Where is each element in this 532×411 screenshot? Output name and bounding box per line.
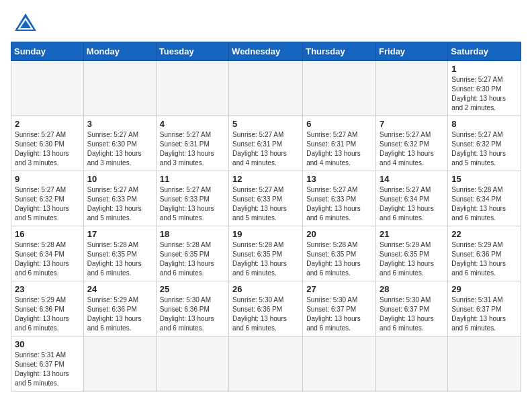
calendar-cell: 22Sunrise: 5:29 AMSunset: 6:36 PMDayligh…	[448, 226, 521, 281]
calendar-cell	[156, 336, 228, 392]
calendar-cell: 9Sunrise: 5:27 AMSunset: 6:32 PMDaylight…	[11, 171, 84, 226]
day-number: 30	[15, 339, 80, 349]
day-info: Sunrise: 5:27 AMSunset: 6:31 PMDaylight:…	[232, 130, 299, 168]
day-of-week-sunday: Sunday	[11, 42, 84, 61]
calendar-cell: 16Sunrise: 5:28 AMSunset: 6:34 PMDayligh…	[11, 226, 84, 281]
calendar-cell: 27Sunrise: 5:30 AMSunset: 6:37 PMDayligh…	[303, 281, 376, 336]
day-number: 2	[15, 119, 80, 129]
day-info: Sunrise: 5:29 AMSunset: 6:36 PMDaylight:…	[87, 295, 152, 333]
calendar-cell: 25Sunrise: 5:30 AMSunset: 6:36 PMDayligh…	[156, 281, 228, 336]
day-info: Sunrise: 5:27 AMSunset: 6:33 PMDaylight:…	[87, 185, 152, 223]
calendar-cell: 19Sunrise: 5:28 AMSunset: 6:35 PMDayligh…	[229, 226, 303, 281]
day-info: Sunrise: 5:31 AMSunset: 6:37 PMDaylight:…	[451, 295, 517, 333]
day-number: 17	[87, 229, 152, 239]
day-number: 14	[380, 174, 444, 184]
calendar-week-2: 9Sunrise: 5:27 AMSunset: 6:32 PMDaylight…	[11, 171, 521, 226]
calendar-cell: 10Sunrise: 5:27 AMSunset: 6:33 PMDayligh…	[83, 171, 156, 226]
calendar-cell: 30Sunrise: 5:31 AMSunset: 6:37 PMDayligh…	[11, 336, 84, 392]
day-number: 29	[451, 284, 517, 294]
day-info: Sunrise: 5:29 AMSunset: 6:36 PMDaylight:…	[15, 295, 80, 333]
calendar-cell: 17Sunrise: 5:28 AMSunset: 6:35 PMDayligh…	[83, 226, 156, 281]
calendar-cell: 1Sunrise: 5:27 AMSunset: 6:30 PMDaylight…	[448, 61, 521, 116]
calendar-cell: 6Sunrise: 5:27 AMSunset: 6:31 PMDaylight…	[303, 116, 376, 171]
day-number: 26	[232, 284, 299, 294]
calendar-cell: 7Sunrise: 5:27 AMSunset: 6:32 PMDaylight…	[376, 116, 448, 171]
day-info: Sunrise: 5:27 AMSunset: 6:33 PMDaylight:…	[306, 185, 372, 223]
calendar-cell	[83, 61, 156, 116]
calendar-cell: 29Sunrise: 5:31 AMSunset: 6:37 PMDayligh…	[448, 281, 521, 336]
day-info: Sunrise: 5:27 AMSunset: 6:30 PMDaylight:…	[15, 130, 80, 168]
day-number: 23	[15, 284, 80, 294]
calendar-cell: 12Sunrise: 5:27 AMSunset: 6:33 PMDayligh…	[229, 171, 303, 226]
calendar-cell	[229, 336, 303, 392]
day-number: 1	[451, 64, 517, 74]
day-info: Sunrise: 5:27 AMSunset: 6:31 PMDaylight:…	[306, 130, 372, 168]
calendar-cell: 26Sunrise: 5:30 AMSunset: 6:36 PMDayligh…	[229, 281, 303, 336]
logo	[11, 11, 38, 35]
day-number: 19	[232, 229, 299, 239]
logo-icon	[13, 11, 38, 35]
day-info: Sunrise: 5:29 AMSunset: 6:36 PMDaylight:…	[451, 240, 517, 278]
day-number: 3	[87, 119, 152, 129]
day-number: 11	[160, 174, 225, 184]
day-number: 13	[306, 174, 372, 184]
calendar-cell	[376, 336, 448, 392]
day-of-week-thursday: Thursday	[303, 42, 376, 61]
calendar-week-0: 1Sunrise: 5:27 AMSunset: 6:30 PMDaylight…	[11, 61, 521, 116]
day-number: 25	[160, 284, 225, 294]
day-info: Sunrise: 5:28 AMSunset: 6:35 PMDaylight:…	[160, 240, 225, 278]
day-info: Sunrise: 5:29 AMSunset: 6:35 PMDaylight:…	[380, 240, 444, 278]
calendar-header-row: SundayMondayTuesdayWednesdayThursdayFrid…	[11, 42, 521, 61]
day-info: Sunrise: 5:30 AMSunset: 6:36 PMDaylight:…	[160, 295, 225, 333]
day-info: Sunrise: 5:27 AMSunset: 6:32 PMDaylight:…	[15, 185, 80, 223]
day-info: Sunrise: 5:28 AMSunset: 6:35 PMDaylight:…	[232, 240, 299, 278]
day-of-week-wednesday: Wednesday	[229, 42, 303, 61]
calendar-cell: 24Sunrise: 5:29 AMSunset: 6:36 PMDayligh…	[83, 281, 156, 336]
day-info: Sunrise: 5:27 AMSunset: 6:32 PMDaylight:…	[380, 130, 444, 168]
day-info: Sunrise: 5:27 AMSunset: 6:31 PMDaylight:…	[160, 130, 225, 168]
day-info: Sunrise: 5:30 AMSunset: 6:37 PMDaylight:…	[380, 295, 444, 333]
calendar-cell: 23Sunrise: 5:29 AMSunset: 6:36 PMDayligh…	[11, 281, 84, 336]
calendar-cell: 15Sunrise: 5:28 AMSunset: 6:34 PMDayligh…	[448, 171, 521, 226]
calendar-cell	[376, 61, 448, 116]
calendar-week-3: 16Sunrise: 5:28 AMSunset: 6:34 PMDayligh…	[11, 226, 521, 281]
calendar-cell: 14Sunrise: 5:27 AMSunset: 6:34 PMDayligh…	[376, 171, 448, 226]
day-info: Sunrise: 5:27 AMSunset: 6:32 PMDaylight:…	[451, 130, 517, 168]
calendar-cell: 13Sunrise: 5:27 AMSunset: 6:33 PMDayligh…	[303, 171, 376, 226]
calendar-cell: 20Sunrise: 5:28 AMSunset: 6:35 PMDayligh…	[303, 226, 376, 281]
day-number: 22	[451, 229, 517, 239]
day-info: Sunrise: 5:30 AMSunset: 6:36 PMDaylight:…	[232, 295, 299, 333]
day-info: Sunrise: 5:28 AMSunset: 6:34 PMDaylight:…	[451, 185, 517, 223]
calendar-cell: 4Sunrise: 5:27 AMSunset: 6:31 PMDaylight…	[156, 116, 228, 171]
day-number: 28	[380, 284, 444, 294]
calendar-cell: 8Sunrise: 5:27 AMSunset: 6:32 PMDaylight…	[448, 116, 521, 171]
day-info: Sunrise: 5:27 AMSunset: 6:30 PMDaylight:…	[451, 75, 517, 113]
calendar-cell	[11, 61, 84, 116]
calendar-week-1: 2Sunrise: 5:27 AMSunset: 6:30 PMDaylight…	[11, 116, 521, 171]
calendar-table: SundayMondayTuesdayWednesdayThursdayFrid…	[11, 42, 521, 392]
calendar-cell: 2Sunrise: 5:27 AMSunset: 6:30 PMDaylight…	[11, 116, 84, 171]
day-number: 15	[451, 174, 517, 184]
calendar-cell: 11Sunrise: 5:27 AMSunset: 6:33 PMDayligh…	[156, 171, 228, 226]
day-number: 6	[306, 119, 372, 129]
day-number: 4	[160, 119, 225, 129]
day-info: Sunrise: 5:27 AMSunset: 6:34 PMDaylight:…	[380, 185, 444, 223]
calendar-cell	[448, 336, 521, 392]
calendar-cell: 28Sunrise: 5:30 AMSunset: 6:37 PMDayligh…	[376, 281, 448, 336]
day-number: 8	[451, 119, 517, 129]
day-of-week-monday: Monday	[83, 42, 156, 61]
calendar-week-4: 23Sunrise: 5:29 AMSunset: 6:36 PMDayligh…	[11, 281, 521, 336]
calendar-cell	[303, 336, 376, 392]
day-info: Sunrise: 5:27 AMSunset: 6:33 PMDaylight:…	[160, 185, 225, 223]
day-info: Sunrise: 5:31 AMSunset: 6:37 PMDaylight:…	[15, 351, 80, 388]
day-of-week-saturday: Saturday	[448, 42, 521, 61]
day-number: 5	[232, 119, 299, 129]
day-of-week-tuesday: Tuesday	[156, 42, 228, 61]
calendar-cell	[229, 61, 303, 116]
day-number: 16	[15, 229, 80, 239]
day-number: 20	[306, 229, 372, 239]
day-info: Sunrise: 5:28 AMSunset: 6:34 PMDaylight:…	[15, 240, 80, 278]
day-number: 10	[87, 174, 152, 184]
day-info: Sunrise: 5:28 AMSunset: 6:35 PMDaylight:…	[306, 240, 372, 278]
day-number: 24	[87, 284, 152, 294]
